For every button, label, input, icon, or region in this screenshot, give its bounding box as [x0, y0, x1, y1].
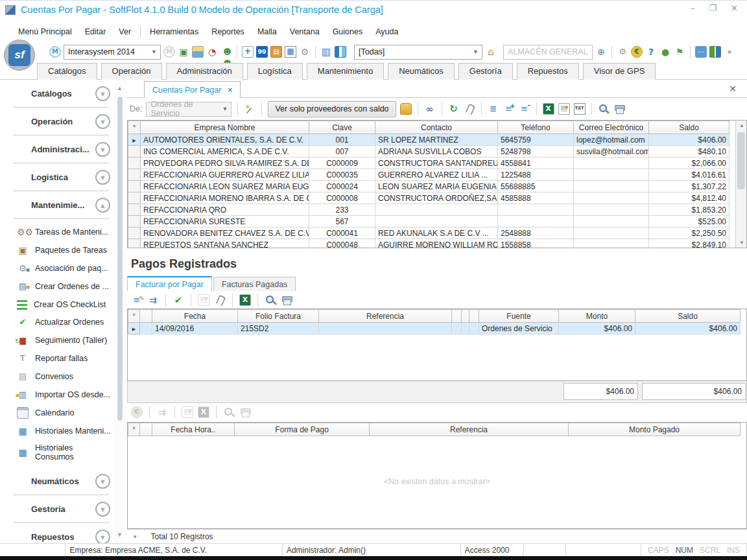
show-balance-providers-button[interactable]: Ver solo proveedores con saldo	[268, 101, 396, 117]
records-dropdown-icon[interactable]: ▾	[134, 533, 137, 540]
col-forma-pago[interactable]: Forma de Pago	[235, 423, 370, 436]
menu-item-ayuda[interactable]: Ayuda	[369, 25, 405, 38]
table-icon[interactable]: ▦	[285, 46, 296, 58]
print-icon[interactable]	[613, 103, 625, 115]
sidebar-item-seguimiento[interactable]: ▆Seguimiento (Taller)	[0, 331, 114, 349]
minimize-button[interactable]: –	[691, 3, 695, 13]
table-row[interactable]: REFACCIONARIA SURESTE 567 $525.00	[128, 216, 729, 228]
cell[interactable]: REFACCIONARIA SURESTE	[141, 216, 309, 228]
scroll-down-icon[interactable]: ▼	[739, 240, 744, 246]
paperclip-icon[interactable]	[214, 294, 226, 306]
cell[interactable]: 567	[309, 216, 375, 228]
group-remove-icon[interactable]: ≡	[519, 103, 530, 115]
sidebar-item-importar-os[interactable]: ▥Importar OS desde...	[0, 386, 114, 404]
cell[interactable]: $4,016.61	[649, 169, 729, 181]
col-referencia[interactable]: Referencia	[370, 423, 569, 436]
cell[interactable]: C000008	[309, 192, 375, 204]
cell[interactable]: REPUESTOS SANTANA SANCHEZ	[141, 239, 309, 249]
cell[interactable]: $480.10	[649, 146, 729, 158]
table-row[interactable]: PROVEDORA PEDRO SILVA RAMIREZ S.A. DE C.…	[128, 158, 729, 169]
cell[interactable]: susvila@hotmail.com	[574, 146, 649, 158]
cell[interactable]: 215SD2	[238, 323, 319, 334]
col-empresa[interactable]: Empresa Nombre	[141, 121, 309, 134]
table-row[interactable]: AUTOMOTORES ORIENTALES, S.A. DE C.V. 001…	[128, 134, 729, 146]
preview-icon[interactable]	[223, 406, 235, 418]
col-saldo[interactable]: Saldo	[635, 310, 741, 323]
cell[interactable]: AGUIRRE MORENO WILLIAM ROM...	[375, 239, 498, 249]
sidebar-item-asociacion[interactable]: ⚙Asociación de paq...	[0, 259, 114, 277]
cell[interactable]: 1558858	[498, 239, 574, 249]
cell[interactable]: CONSTRUCTORA SANTANDREU ...	[375, 158, 498, 169]
sidebar-section-operacion[interactable]: Operación ▼	[0, 108, 114, 135]
clipboard-icon[interactable]: ▤	[198, 294, 209, 306]
txt-export-icon[interactable]: TXT	[574, 103, 586, 115]
sidebar-item-crear-ordenes[interactable]: ▤Crear Ordenes de ...	[0, 277, 114, 296]
tab-administracion[interactable]: Administración	[166, 63, 243, 80]
profile-combo[interactable]: Interasystem 2014 ▼	[64, 45, 161, 60]
cell[interactable]: 5645759	[498, 134, 574, 146]
sidebar-item-actualizar[interactable]: ✔Actualizar Ordenes	[0, 313, 114, 331]
columns-icon[interactable]: ▥	[320, 46, 332, 58]
document-icon[interactable]: ▤	[182, 406, 193, 418]
currency-icon[interactable]: €	[631, 46, 643, 58]
sidebar-section-catalogos[interactable]: Catálogos ▼	[0, 80, 114, 107]
binoculars-icon[interactable]: ∞	[424, 103, 436, 115]
providers-scrollbar[interactable]: ▲ ▼	[735, 121, 746, 248]
exit-icon[interactable]	[709, 46, 721, 58]
group-expand-icon[interactable]: ≣	[488, 103, 499, 115]
menu-item-reportes[interactable]: Reportes	[205, 25, 251, 38]
tab-operacion[interactable]: Operación	[101, 63, 162, 80]
cell[interactable]: RENOVADORA BENITEZ CHAVEZ S.A. DE C.V.	[141, 228, 309, 239]
col-monto[interactable]: Monto	[559, 310, 635, 323]
print-icon[interactable]	[281, 294, 292, 306]
cell[interactable]: C000009	[309, 158, 375, 169]
col-saldo[interactable]: Saldo	[649, 121, 729, 134]
scrollbar-thumb[interactable]	[737, 132, 745, 189]
table-row[interactable]: REPUESTOS SANTANA SANCHEZ C000048 AGUIRR…	[128, 239, 729, 249]
col-fecha-hora[interactable]: Fecha Hora..	[152, 423, 235, 436]
pane-close-icon[interactable]: ✕	[729, 84, 737, 94]
tab-visor-gps[interactable]: Visor de GPS	[583, 63, 656, 80]
cell[interactable]	[574, 169, 649, 181]
tab-gestoria[interactable]: Gestoría	[458, 63, 513, 80]
cell[interactable]	[574, 192, 649, 204]
sidebar-item-convenios[interactable]: ▤Convenios	[0, 368, 114, 386]
col-referencia[interactable]: Referencia	[319, 310, 452, 323]
tab-mantenimiento[interactable]: Mantenimiento	[307, 63, 384, 80]
cell[interactable]: C000024	[309, 181, 375, 192]
cell[interactable]: 001	[309, 134, 375, 146]
close-button[interactable]: ✕	[731, 3, 738, 13]
chat-icon[interactable]: …	[695, 46, 707, 58]
cell[interactable]: 14/09/2016	[152, 323, 238, 334]
preview-icon[interactable]	[598, 103, 610, 115]
cell[interactable]: LEON SUAREZ MARIA EUGENIA ...	[375, 181, 498, 192]
cell[interactable]: 1225488	[498, 169, 574, 181]
excel-export-icon[interactable]: X	[543, 103, 554, 115]
cell[interactable]: REFACCIONARIA LEON SUAREZ MARIA EUGENIA …	[141, 181, 309, 192]
menu-item-principal[interactable]: Menú Principal	[12, 25, 78, 38]
image-icon[interactable]	[192, 46, 204, 58]
cell[interactable]: C000041	[309, 228, 375, 239]
cell[interactable]: REFACCIONARIA MORENO IBARRA S.A. DE C.V.	[141, 192, 309, 204]
cell[interactable]	[574, 239, 649, 249]
scrollbar-thumb[interactable]	[117, 97, 123, 421]
scroll-up-icon[interactable]: ▲	[117, 85, 123, 91]
menu-item-ventana[interactable]: Ventana	[283, 25, 326, 38]
document-tab-cuentas-por-pagar[interactable]: Cuentas Por Pagar ×	[144, 81, 241, 98]
cell[interactable]: CONSTRUCTORA ORDOÑEZ,SA D...	[375, 192, 498, 204]
row-indicator-header[interactable]	[128, 121, 141, 134]
gear-icon[interactable]: ⚙	[299, 46, 311, 58]
preview-icon[interactable]	[265, 294, 276, 306]
cell[interactable]	[319, 323, 452, 334]
cell[interactable]: ING COMERCIAL AMERICA, S.A.DE C.V.	[141, 146, 309, 158]
cell[interactable]: $2,066.00	[649, 158, 729, 169]
cell[interactable]: RED AKUNALAK S.A DE C.V ...	[375, 228, 498, 239]
col-fecha[interactable]: Fecha	[152, 310, 238, 323]
cell[interactable]	[574, 216, 649, 228]
restore-button[interactable]: ❐	[709, 3, 717, 13]
sidebar-section-repuestos[interactable]: Repuestos ▼	[0, 523, 114, 543]
new-document-icon[interactable]: +	[242, 46, 254, 58]
export-row-icon[interactable]: ⇉	[156, 406, 168, 418]
clipboard-icon[interactable]: ▤	[270, 46, 282, 58]
gauge-icon[interactable]: ◔	[206, 46, 218, 58]
